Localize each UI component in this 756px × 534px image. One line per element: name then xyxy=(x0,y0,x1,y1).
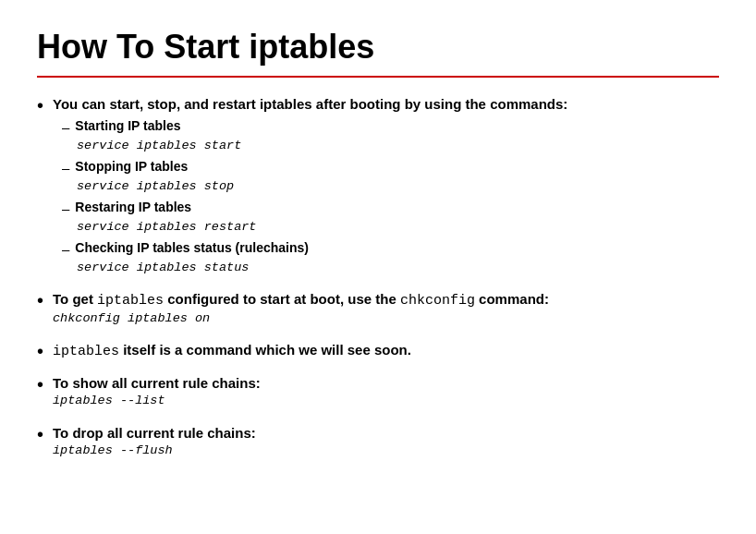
code-iptables-list: iptables --list xyxy=(53,393,719,410)
sub-item-checking: – Checking IP tables status (rulechains) xyxy=(62,239,719,259)
bullet-content-5: To drop all current rule chains: iptable… xyxy=(53,423,719,464)
bullet2-prefix: To get iptables configured to start at b… xyxy=(53,291,549,307)
code-iptables-flush: iptables --flush xyxy=(53,443,719,460)
sub-list-1: – Starting IP tables service iptables st… xyxy=(62,117,719,277)
page-title: How To Start iptables xyxy=(37,28,719,67)
bullet4-text: To show all current rule chains: xyxy=(53,375,261,391)
iptables-code-1: iptables xyxy=(97,293,164,309)
sub-item-starting: – Starting IP tables xyxy=(62,117,719,137)
bullet-item-1: • You can start, stop, and restart iptab… xyxy=(37,94,719,280)
bullet-item-2: • To get iptables configured to start at… xyxy=(37,289,719,332)
content-area: • You can start, stop, and restart iptab… xyxy=(37,94,719,464)
divider xyxy=(37,76,719,78)
bullet-content-4: To show all current rule chains: iptable… xyxy=(53,373,719,414)
stopping-label: Stopping IP tables xyxy=(75,158,188,176)
bullet-content-3: iptables itself is a command which we wi… xyxy=(53,340,719,361)
bullet-dot-1: • xyxy=(37,92,43,118)
bullet-dot-3: • xyxy=(37,338,43,364)
bullet5-text: To drop all current rule chains: xyxy=(53,425,256,441)
bullet-content-2: To get iptables configured to start at b… xyxy=(53,289,719,332)
bullet-dot-5: • xyxy=(37,421,43,447)
dash-char-4: – xyxy=(62,239,69,259)
starting-label: Starting IP tables xyxy=(75,117,180,136)
bullet1-text: You can start, stop, and restart iptable… xyxy=(53,96,567,112)
dash-char-3: – xyxy=(62,199,69,218)
code-service-restart: service iptables restart xyxy=(77,219,719,237)
code-service-stop: service iptables stop xyxy=(77,178,719,196)
checking-label: Checking IP tables status (rulechains) xyxy=(75,239,309,258)
sub-item-restaring: – Restaring IP tables xyxy=(62,199,719,218)
dash-char: – xyxy=(62,117,69,137)
code-service-status: service iptables status xyxy=(77,260,719,277)
bullet-content-1: You can start, stop, and restart iptable… xyxy=(53,94,719,280)
code-chkconfig: chkconfig iptables on xyxy=(53,310,719,328)
bullet-item-5: • To drop all current rule chains: iptab… xyxy=(37,423,719,464)
code-service-start: service iptables start xyxy=(77,138,719,155)
restaring-label: Restaring IP tables xyxy=(75,199,191,217)
bullet-item-3: • iptables itself is a command which we … xyxy=(37,340,719,364)
sub-item-stopping: – Stopping IP tables xyxy=(62,158,719,177)
iptables-code-2: iptables xyxy=(53,344,119,359)
bullet-dot-4: • xyxy=(37,371,43,397)
bullet3-text: iptables itself is a command which we wi… xyxy=(53,342,411,358)
bullet-item-4: • To show all current rule chains: iptab… xyxy=(37,373,719,414)
dash-char-2: – xyxy=(62,158,69,177)
chkconfig-code: chkconfig xyxy=(400,293,475,309)
bullet-dot-2: • xyxy=(37,287,43,313)
